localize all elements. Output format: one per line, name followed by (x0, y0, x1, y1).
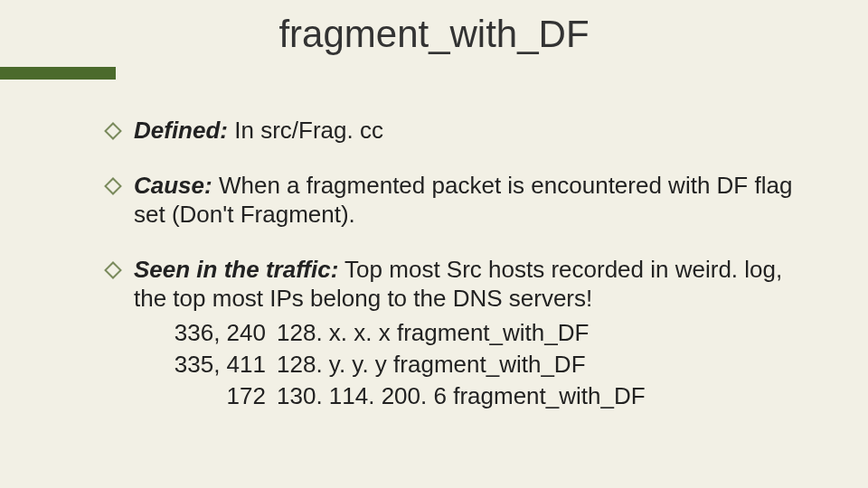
diamond-bullet-icon (104, 261, 122, 279)
traffic-event: fragment_with_DF (453, 382, 645, 409)
traffic-event: fragment_with_DF (393, 351, 585, 378)
slide-content: Defined: In src/Frag. cc Cause: When a f… (107, 116, 814, 437)
slide: fragment_with_DF Defined: In src/Frag. c… (0, 0, 868, 488)
accent-bar (0, 67, 116, 80)
traffic-ip: 130. 114. 200. 6 (277, 382, 447, 409)
traffic-ip: 128. x. x. x (277, 319, 391, 346)
traffic-row: 172 130. 114. 200. 6 fragment_with_DF (148, 380, 814, 412)
bullet-cause: Cause: When a fragmented packet is encou… (107, 171, 814, 230)
bullet-defined: Defined: In src/Frag. cc (107, 116, 814, 145)
bullet-body: Defined: In src/Frag. cc (134, 116, 814, 145)
slide-title: fragment_with_DF (0, 13, 868, 56)
traffic-info: 128. x. x. x fragment_with_DF (277, 317, 589, 349)
traffic-count: 172 (148, 380, 277, 412)
bullet-body: Cause: When a fragmented packet is encou… (134, 171, 814, 230)
bullet-text: When a fragmented packet is encountered … (134, 172, 792, 229)
bullet-label: Defined: (134, 117, 228, 144)
bullet-label: Seen in the traffic: (134, 256, 338, 283)
bullet-traffic: Seen in the traffic: Top most Src hosts … (107, 255, 814, 412)
traffic-info: 128. y. y. y fragment_with_DF (277, 349, 586, 380)
diamond-bullet-icon (104, 122, 122, 140)
bullet-body: Seen in the traffic: Top most Src hosts … (134, 255, 814, 412)
traffic-count: 336, 240 (148, 317, 277, 349)
bullet-text: In src/Frag. cc (228, 117, 383, 144)
traffic-info: 130. 114. 200. 6 fragment_with_DF (277, 380, 646, 412)
diamond-bullet-icon (104, 177, 122, 195)
traffic-row: 336, 240 128. x. x. x fragment_with_DF (148, 317, 814, 349)
traffic-event: fragment_with_DF (397, 319, 589, 346)
traffic-row: 335, 411 128. y. y. y fragment_with_DF (148, 349, 814, 380)
traffic-ip: 128. y. y. y (277, 351, 387, 378)
traffic-count: 335, 411 (148, 349, 277, 380)
bullet-label: Cause: (134, 172, 212, 199)
traffic-table: 336, 240 128. x. x. x fragment_with_DF 3… (148, 317, 814, 412)
